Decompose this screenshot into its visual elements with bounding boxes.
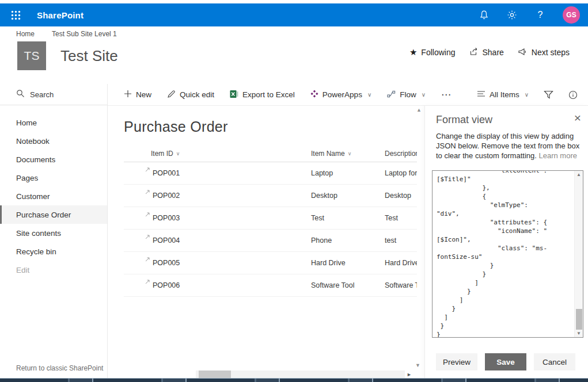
learn-more-link[interactable]: Learn more [538,151,576,160]
left-nav: Home Notebook Documents Pages Customer P… [0,84,108,378]
format-json-code: "txtContent": " [$Title]" }, { "elmType"… [433,170,583,338]
brand-title[interactable]: SharePoint [37,10,84,20]
custom-format-icon [145,234,153,242]
share-button[interactable]: Share [469,47,504,58]
horizontal-scrollbar[interactable] [196,370,405,379]
panel-title: Format view [436,114,492,126]
settings-gear-icon[interactable] [506,9,518,21]
new-label: New [136,90,151,99]
help-icon[interactable]: ? [534,9,546,21]
new-button[interactable]: New [124,90,151,100]
sidebar-item-recycle-bin[interactable]: Recycle bin [0,242,107,261]
cell-item-name: Phone [311,236,385,245]
editor-scrollbar[interactable]: ▲ ▼ [574,171,583,337]
breadcrumb: Home Test Sub Site Level 1 [16,30,117,38]
flow-icon [387,90,396,100]
cell-item-id: POP004 [153,236,311,245]
search-input[interactable] [30,90,93,99]
breadcrumb-subsite[interactable]: Test Sub Site Level 1 [52,30,117,38]
notifications-bell-icon[interactable] [478,9,490,21]
save-button[interactable]: Save [485,353,526,370]
list-view: Purchase Order Item ID ∨ Item Name ∨ Des… [108,106,417,370]
sidebar-item-documents[interactable]: Documents [0,150,107,169]
table-row[interactable]: POP004 Phone test [124,230,417,252]
cell-description: Hard Drive [385,259,417,267]
table-row[interactable]: POP003 Test Test [124,207,417,230]
powerapps-icon [310,90,318,100]
cell-item-id: POP005 [153,259,311,267]
scroll-down-arrow[interactable]: ▼ [415,362,420,368]
chevron-down-icon: ∨ [422,91,426,98]
close-icon[interactable]: × [574,112,581,124]
sort-chevron-icon: ∨ [348,151,352,156]
scroll-right-arrow[interactable]: ► [407,372,412,377]
avatar[interactable]: GS [563,6,580,24]
custom-format-icon [145,256,153,264]
return-to-classic-link[interactable]: Return to classic SharePoint [16,364,103,372]
sidebar-item-site-contents[interactable]: Site contents [0,224,107,242]
command-bar: New Quick edit Export to Excel PowerApps… [108,84,588,106]
site-title: Test Site [60,47,118,65]
export-to-excel-button[interactable]: Export to Excel [230,90,295,100]
cell-description: test [385,236,417,245]
info-icon[interactable] [568,90,578,100]
view-list-icon [477,90,485,99]
plus-icon [124,90,132,100]
editor-scrollbar-thumb[interactable] [576,309,582,330]
editor-scroll-down-arrow[interactable]: ▼ [576,331,581,336]
sidebar-item-home[interactable]: Home [0,113,107,132]
sidebar-item-pages[interactable]: Pages [0,169,107,187]
app-launcher-icon[interactable] [6,7,25,22]
taskbar-strip [0,378,588,382]
preview-button[interactable]: Preview [436,353,477,370]
custom-format-icon [145,166,153,174]
editor-scroll-up-arrow[interactable]: ▲ [576,172,581,177]
scroll-up-arrow[interactable]: ▲ [416,107,422,113]
powerapps-button[interactable]: PowerApps ∨ [310,90,371,100]
custom-format-icon [145,278,153,286]
table-row[interactable]: POP001 Laptop Laptop for [124,162,417,185]
site-logo[interactable]: TS [17,41,46,70]
quick-edit-button[interactable]: Quick edit [167,90,214,100]
sharepoint-page: SharePoint ? GS Home Test Sub Site Level… [0,0,588,382]
column-label: Item ID [151,150,173,158]
cancel-button[interactable]: Cancel [534,353,575,370]
sidebar-item-notebook[interactable]: Notebook [0,132,107,150]
format-view-panel: Format view × Change the display of this… [424,106,588,378]
column-label: Item Name [311,150,345,158]
cell-item-id: POP006 [153,281,311,289]
share-icon [469,47,479,58]
format-json-editor[interactable]: "txtContent": " [$Title]" }, { "elmType"… [432,170,583,338]
custom-format-icon [145,211,153,219]
items-table: Item ID ∨ Item Name ∨ Description POP001… [124,145,417,297]
column-header-item-name[interactable]: Item Name ∨ [311,150,385,158]
next-steps-button[interactable]: Next steps [518,48,570,58]
table-row[interactable]: POP006 Software Tool Software T [124,274,417,297]
site-actions: ★ Following Share Next steps [409,47,570,58]
table-header-row: Item ID ∨ Item Name ∨ Description [124,145,417,162]
flow-button[interactable]: Flow ∨ [387,90,426,100]
cell-item-id: POP001 [153,169,311,177]
view-selector-button[interactable]: All Items ∨ [477,90,529,99]
sidebar-item-customer[interactable]: Customer [0,187,107,205]
search-icon [16,89,25,100]
sidebar-item-purchase-order[interactable]: Purchase Order [0,205,107,224]
following-button[interactable]: ★ Following [409,47,456,58]
sort-chevron-icon: ∨ [176,151,180,156]
cell-description: Desktop [385,192,417,200]
column-header-item-id[interactable]: Item ID ∨ [151,150,311,158]
cell-item-name: Desktop [311,192,385,200]
pencil-icon [167,90,176,100]
horizontal-scrollbar-thumb[interactable] [199,370,231,379]
table-row[interactable]: POP002 Desktop Desktop [124,185,417,207]
table-row[interactable]: POP005 Hard Drive Hard Drive [124,252,417,274]
column-header-description[interactable]: Description [385,150,417,158]
star-icon: ★ [409,47,417,58]
cell-description: Laptop for [385,169,417,177]
filter-icon[interactable] [544,90,553,99]
next-steps-label: Next steps [532,48,570,57]
custom-format-icon [145,189,153,197]
breadcrumb-home[interactable]: Home [16,30,35,38]
sidebar-item-edit[interactable]: Edit [0,261,107,279]
more-commands-button[interactable]: ⋯ [441,89,452,101]
